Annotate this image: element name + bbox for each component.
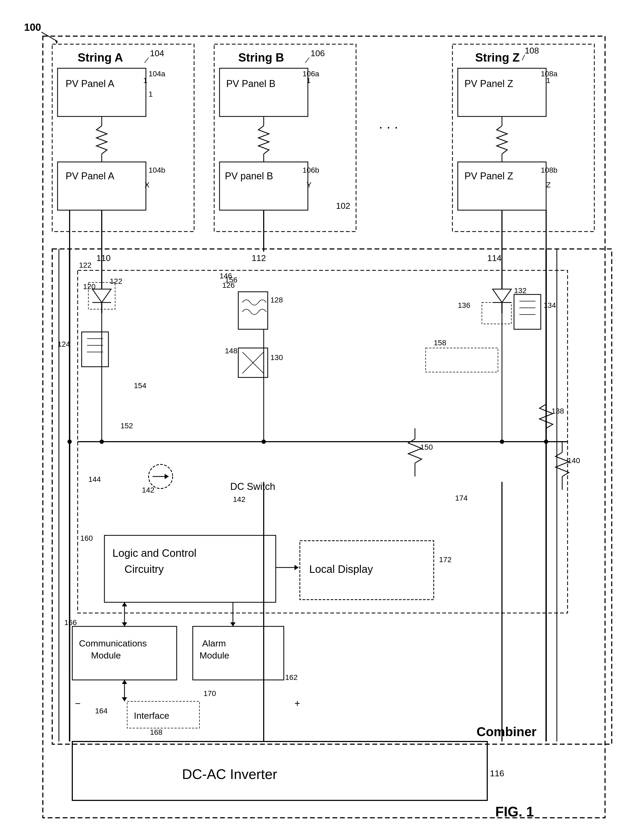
svg-text:104b: 104b [149, 166, 165, 174]
svg-text:128: 128 [270, 296, 283, 304]
svg-text:114: 114 [487, 253, 501, 263]
main-svg: 100 String A 104 PV Panel A 1 1 104a PV … [0, 0, 631, 840]
svg-text:. . .: . . . [379, 116, 398, 131]
svg-text:108: 108 [525, 46, 539, 55]
svg-text:106a: 106a [302, 69, 319, 78]
svg-text:158: 158 [434, 339, 446, 347]
svg-text:130: 130 [270, 353, 283, 362]
svg-text:Circuitry: Circuitry [125, 563, 164, 575]
svg-point-173 [262, 439, 266, 444]
svg-text:−: − [75, 698, 81, 709]
svg-text:112: 112 [251, 253, 266, 263]
svg-text:Logic and Control: Logic and Control [112, 547, 196, 559]
svg-text:X: X [145, 181, 150, 189]
svg-text:FIG. 1: FIG. 1 [495, 804, 534, 819]
svg-text:136: 136 [458, 301, 470, 309]
svg-text:Y: Y [307, 181, 312, 189]
svg-text:122: 122 [79, 261, 92, 269]
svg-text:String B: String B [238, 51, 284, 64]
svg-text:104: 104 [150, 49, 164, 58]
svg-text:PV Panel A: PV Panel A [66, 171, 114, 182]
svg-text:160: 160 [80, 534, 93, 542]
svg-text:166: 166 [64, 618, 77, 627]
svg-text:+: + [294, 698, 300, 709]
svg-text:String Z: String Z [475, 51, 520, 64]
svg-text:116: 116 [490, 769, 504, 778]
svg-text:106b: 106b [302, 166, 319, 174]
svg-text:Local Display: Local Display [309, 563, 373, 575]
svg-point-172 [100, 439, 104, 444]
svg-text:PV Panel B: PV Panel B [226, 78, 275, 89]
svg-text:108a: 108a [541, 69, 558, 78]
svg-text:DC Switch: DC Switch [230, 481, 275, 492]
svg-text:Z: Z [546, 181, 551, 189]
svg-rect-0 [0, 0, 631, 840]
svg-text:110: 110 [96, 253, 111, 263]
svg-text:142: 142 [142, 486, 155, 494]
svg-text:170: 170 [204, 689, 216, 698]
svg-text:134: 134 [544, 301, 556, 309]
svg-text:150: 150 [420, 443, 433, 451]
svg-text:Communications: Communications [79, 638, 147, 648]
svg-text:PV Panel A: PV Panel A [66, 78, 114, 89]
svg-text:138: 138 [552, 407, 564, 415]
diagram-container: 100 String A 104 PV Panel A 1 1 104a PV … [0, 0, 631, 840]
svg-text:162: 162 [285, 673, 298, 682]
svg-text:104a: 104a [149, 69, 166, 78]
svg-text:168: 168 [150, 728, 163, 736]
svg-text:122: 122 [110, 277, 122, 285]
svg-text:DC-AC Inverter: DC-AC Inverter [182, 766, 277, 782]
svg-point-175 [68, 439, 72, 444]
svg-text:1: 1 [143, 76, 147, 85]
svg-text:PV Panel Z: PV Panel Z [465, 171, 513, 182]
svg-text:140: 140 [568, 456, 580, 465]
svg-text:Alarm: Alarm [202, 638, 226, 648]
svg-text:174: 174 [455, 494, 468, 502]
svg-text:148: 148 [225, 347, 237, 355]
svg-text:120: 120 [83, 283, 96, 291]
svg-text:102: 102 [336, 201, 350, 211]
svg-text:164: 164 [95, 707, 108, 715]
svg-text:100: 100 [24, 22, 41, 33]
svg-text:PV panel B: PV panel B [225, 171, 273, 182]
svg-text:132: 132 [514, 286, 527, 295]
svg-text:1: 1 [149, 90, 153, 98]
svg-text:108b: 108b [541, 166, 557, 174]
svg-text:106: 106 [310, 49, 325, 58]
svg-text:String A: String A [77, 51, 123, 64]
svg-point-174 [500, 439, 504, 444]
svg-text:Interface: Interface [134, 711, 169, 721]
svg-text:Module: Module [199, 650, 229, 660]
svg-text:152: 152 [120, 422, 133, 430]
svg-text:142: 142 [233, 495, 245, 504]
svg-text:PV Panel Z: PV Panel Z [465, 78, 513, 89]
svg-text:124: 124 [58, 340, 70, 348]
svg-text:146: 146 [220, 272, 232, 280]
svg-text:Module: Module [91, 650, 121, 660]
svg-text:154: 154 [134, 381, 146, 390]
svg-text:172: 172 [439, 556, 452, 564]
svg-text:Combiner: Combiner [476, 725, 536, 739]
svg-point-176 [544, 439, 548, 444]
svg-text:144: 144 [89, 475, 101, 483]
